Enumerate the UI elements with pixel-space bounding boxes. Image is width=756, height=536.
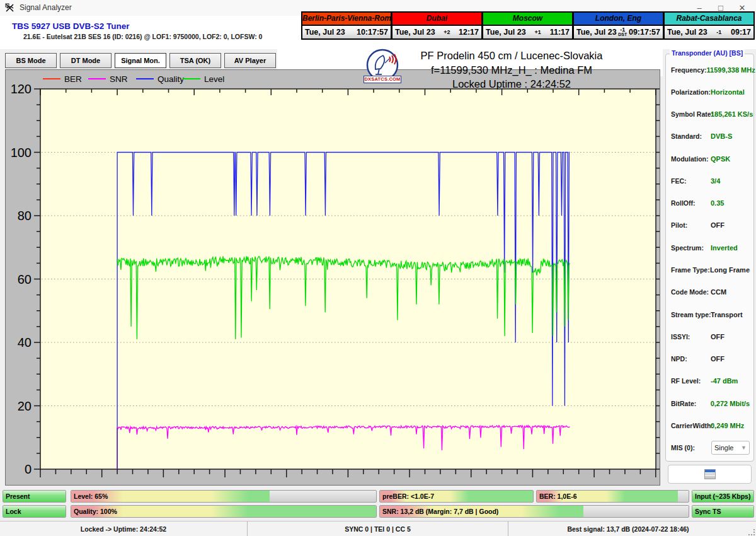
tuner-details: 21.6E - Eutelsat 21B SES 16 (ID: 0216) @… [23, 33, 262, 40]
field-fec: FEC:3/4 [671, 174, 750, 187]
dxsatcs-logo-text: DXSATCS.COM [364, 76, 401, 83]
signal-analyzer-window: { "window": { "title": "Signal Analyzer"… [0, 0, 756, 536]
y-axis-label: 100 [11, 146, 32, 160]
field-modulation: Modulation:QPSK [671, 152, 750, 165]
level-bar: Level: 65% [71, 490, 377, 503]
clock-city-label: Rabat-Casablanca [665, 13, 753, 26]
resize-grip[interactable] [748, 529, 755, 535]
status-bar: Locked -> Uptime: 24:24:52 SYNC 0 | TEI … [0, 521, 756, 536]
clock-time: 11:17 [550, 28, 570, 37]
clock-date: Tue, Jul 23 [305, 28, 345, 37]
clock-time: 09:17:57 [629, 28, 660, 37]
present-indicator: Present [3, 490, 66, 503]
lock-indicator: Lock [3, 505, 66, 518]
tab-signal-mon[interactable]: Signal Mon. [115, 53, 166, 68]
sync-ts-indicator: Sync TS [692, 505, 754, 518]
clock-moscow: Moscow Tue, Jul 23 +1 11:17 [483, 11, 573, 40]
chart-header-text: PF Prodelin 450 cm / Lucenec-Slovakia f=… [373, 49, 650, 91]
clock-utc-offset: -1 [716, 30, 721, 35]
field-spectrum: Spectrum:Inverted [671, 241, 750, 254]
field-frequency: Frequency:11599,338 MHz [671, 63, 750, 76]
status-best-signal: Best signal: 13,7 dB (2024-07-22 18:46) [508, 521, 748, 536]
field-carrierwidth: CarrierWidth:0,249 MHz [671, 419, 750, 433]
clock-time: 09:17 [731, 28, 751, 37]
clock-city-label: Berlin-Paris-Vienna-Roma [302, 13, 391, 26]
clock-date: Tue, Jul 23 [395, 28, 435, 37]
status-sync-tei-cc: SYNC 0 | TEI 0 | CC 5 [248, 521, 508, 536]
transponder-panel-title: Transponder (AU) [BS] [670, 49, 745, 57]
field-bitrate: BitRate:0,272 Mbit/s [671, 397, 750, 410]
y-axis-label: 0 [25, 462, 32, 476]
y-axis-label: 80 [18, 209, 32, 223]
preber-bar: preBER: <1.0E-7 [379, 490, 534, 503]
mode-tabs: BS Mode DT Mode Signal Mon. TSA (OK) AV … [5, 53, 276, 68]
field-mis: MIS (0): Single▼ [671, 441, 750, 455]
signal-history-chart: 020406080100120BERSNRQualityLevel [6, 70, 660, 485]
clock-utc-offset: -1DST [618, 28, 627, 37]
tab-bs-mode[interactable]: BS Mode [5, 53, 57, 68]
locked-uptime-label: Locked Uptime : 24:24:52 [373, 77, 650, 91]
clock-rabat: Rabat-Casablanca Tue, Jul 23 -1 09:17 [664, 11, 755, 40]
clock-date: Tue, Jul 23 [486, 28, 526, 37]
dxsatcs-logo: DXSATCS.COM [362, 48, 403, 84]
clock-time: 10:17:57 [357, 28, 388, 37]
frequency-station-label: f=11599,530 MHz_H_ : Medina FM [373, 63, 650, 78]
field-rolloff: RollOff:0.35 [671, 197, 750, 210]
field-npd: NPD:OFF [671, 352, 750, 366]
field-stream-type: Stream type:Transport [671, 308, 750, 321]
clock-time: 12:17 [459, 28, 479, 37]
y-axis-label: 40 [18, 335, 32, 349]
clock-city-label: London, Eng [574, 13, 663, 26]
clock-city-label: Dubai [392, 13, 481, 26]
field-rf-level: RF Level:-47 dBm [671, 375, 750, 388]
chevron-down-icon: ▼ [741, 445, 747, 451]
world-clocks: Berlin-Paris-Vienna-Roma Tue, Jul 23 10:… [301, 11, 756, 40]
clock-date: Tue, Jul 23 [576, 28, 617, 37]
clock-city-label: Moscow [483, 13, 572, 26]
legend-label: SNR [110, 74, 128, 84]
signal-chart-panel: 020406080100120BERSNRQualityLevel [5, 69, 660, 486]
clock-utc-offset: +1 [535, 30, 541, 35]
transponder-panel: Transponder (AU) [BS] Frequency:11599,33… [665, 54, 754, 462]
status-locked-uptime: Locked -> Uptime: 24:24:52 [0, 521, 248, 536]
list-icon [704, 469, 716, 479]
clock-dubai: Dubai Tue, Jul 23 +2 12:17 [392, 11, 483, 40]
antenna-location-label: PF Prodelin 450 cm / Lucenec-Slovakia [373, 49, 650, 63]
y-axis-label: 20 [18, 399, 32, 413]
clock-london: London, Eng Tue, Jul 23 -1DST 09:17:57 [573, 11, 664, 40]
field-issyi: ISSYI:OFF [671, 330, 750, 343]
clock-utc-offset: +2 [444, 30, 450, 35]
satellite-dish-icon [5, 3, 16, 13]
mis-dropdown[interactable]: Single▼ [711, 441, 750, 455]
legend-label: Level [204, 74, 224, 84]
tab-tsa[interactable]: TSA (OK) [169, 53, 221, 68]
snr-bar: SNR: 13,2 dB (Margin: 7,7 dB | Good) [379, 505, 689, 518]
ber-bar: BER: 1,0E-6 [536, 490, 689, 503]
tuner-name: TBS 5927 USB DVB-S2 Tuner [12, 21, 130, 31]
window-title: Signal Analyzer [20, 3, 72, 12]
y-axis-label: 120 [11, 82, 32, 96]
field-standard: Standard:DVB-S [671, 130, 750, 143]
field-polarization: Polarization:Horizontal [671, 85, 750, 98]
field-symbol-rate: Symbol Rate:185,261 KS/s [671, 108, 750, 121]
quality-bar: Quality: 100% [71, 505, 377, 518]
clock-date: Tue, Jul 23 [667, 28, 707, 37]
tab-dt-mode[interactable]: DT Mode [60, 53, 112, 68]
y-axis-label: 60 [18, 272, 32, 286]
transponder-list-button[interactable] [668, 465, 752, 484]
input-indicator: Input (~235 Kbps) [692, 490, 754, 503]
clock-berlin: Berlin-Paris-Vienna-Roma Tue, Jul 23 10:… [301, 11, 392, 40]
legend-label: Quality [158, 74, 184, 84]
tab-av-player[interactable]: AV Player [224, 53, 276, 68]
field-code-mode: Code Mode:CCM [671, 286, 750, 299]
legend-label: BER [64, 74, 82, 84]
field-frame-type: Frame Type:Long Frame [671, 264, 750, 277]
field-pilot: Pilot:OFF [671, 219, 750, 232]
